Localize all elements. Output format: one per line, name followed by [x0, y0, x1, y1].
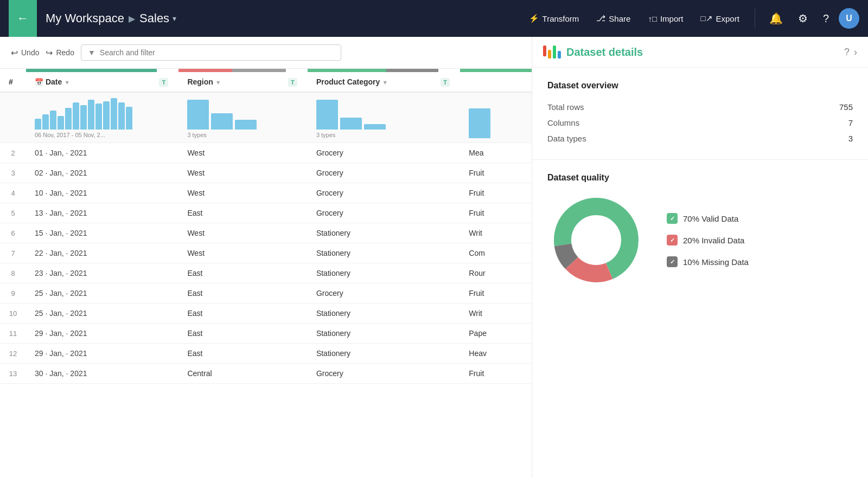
- cell-sub-spacer: [438, 143, 460, 163]
- panel-logo: [543, 46, 561, 59]
- quality-section: Dataset quality: [532, 160, 868, 302]
- cell-date: 25 · Jan, · 2021: [26, 283, 157, 303]
- missing-check-icon: ✓: [670, 259, 675, 266]
- missing-label: 10% Missing Data: [683, 257, 749, 267]
- cell-num: 5: [0, 203, 26, 223]
- cell-sub: Fruit: [460, 364, 532, 384]
- export-button[interactable]: □↗ Export: [694, 10, 745, 27]
- panel-expand-button[interactable]: ›: [854, 47, 857, 58]
- cell-category: Grocery: [308, 364, 438, 384]
- cell-category: Stationery: [308, 303, 438, 324]
- cell-sub-spacer: [438, 344, 460, 364]
- cell-region: East: [178, 324, 286, 344]
- cell-date: 13 · Jan, · 2021: [26, 203, 157, 223]
- cell-sub: Rour: [460, 263, 532, 283]
- cell-num: 7: [0, 243, 26, 263]
- donut-hole: [572, 216, 620, 264]
- cell-region: West: [178, 243, 286, 263]
- col-header-sub-type: T: [438, 72, 460, 92]
- cell-sub-spacer: [438, 163, 460, 183]
- cell-date: 22 · Jan, · 2021: [26, 243, 157, 263]
- undo-label: Undo: [21, 48, 39, 57]
- search-box[interactable]: ▼: [81, 44, 341, 61]
- cell-num: 6: [0, 223, 26, 243]
- cell-date: 29 · Jan, · 2021: [26, 324, 157, 344]
- import-label: Import: [660, 14, 684, 23]
- panel-header: Dataset details ? ›: [532, 37, 868, 68]
- share-button[interactable]: ⎇ Share: [590, 10, 637, 27]
- cell-category-spacer: [286, 203, 308, 223]
- cell-sub: Com: [460, 243, 532, 263]
- settings-button[interactable]: ⚙: [793, 9, 813, 28]
- cell-num: 3: [0, 163, 26, 183]
- filter-icon: ▼: [88, 48, 95, 57]
- region-histogram: 3 types: [187, 97, 277, 138]
- cell-sub: Fruit: [460, 283, 532, 303]
- col-header-date[interactable]: 📅 Date ▼: [26, 72, 157, 92]
- quality-title: Dataset quality: [547, 173, 853, 183]
- cell-region: West: [178, 163, 286, 183]
- panel-help-button[interactable]: ?: [844, 47, 850, 58]
- cell-category-spacer: [286, 263, 308, 283]
- category-types-label: 3 types: [316, 132, 335, 138]
- histogram-row: 06 Nov, 2017 - 05 Nov, 2...: [0, 92, 532, 143]
- nav-sales[interactable]: Sales ▾: [139, 11, 176, 25]
- cell-date: 29 · Jan, · 2021: [26, 344, 157, 364]
- notification-button[interactable]: 🔔: [764, 9, 788, 28]
- col-header-region[interactable]: Region ▼: [178, 72, 286, 92]
- cell-category-spacer: [286, 283, 308, 303]
- cell-category-spacer: [286, 243, 308, 263]
- redo-button[interactable]: ↪ Redo: [46, 48, 74, 58]
- cell-sub: Pape: [460, 324, 532, 344]
- undo-button[interactable]: ↩ Undo: [11, 48, 39, 58]
- cell-date: 02 · Jan, · 2021: [26, 163, 157, 183]
- cell-region: East: [178, 283, 286, 303]
- table-row: 7 22 · Jan, · 2021 West Stationery Com: [0, 243, 532, 263]
- cell-num: 2: [0, 143, 26, 163]
- avatar[interactable]: U: [839, 8, 859, 29]
- cell-category-spacer: [286, 143, 308, 163]
- table-container[interactable]: # 📅 Date ▼ T Region ▼: [0, 69, 532, 478]
- main-layout: ↩ Undo ↪ Redo ▼: [0, 37, 868, 478]
- transform-button[interactable]: ⚡ Transform: [522, 10, 586, 27]
- search-input[interactable]: [100, 48, 334, 57]
- table-row: 4 10 · Jan, · 2021 West Grocery Fruit: [0, 183, 532, 203]
- col-header-sub[interactable]: [460, 72, 532, 92]
- invalid-label: 20% Invalid Data: [683, 236, 744, 245]
- cell-num: 11: [0, 324, 26, 344]
- help-button[interactable]: ?: [818, 9, 834, 28]
- cell-region: West: [178, 143, 286, 163]
- export-label: Export: [716, 14, 739, 23]
- cell-region-spacer: [157, 223, 178, 243]
- col-header-category[interactable]: Product Category ▼: [308, 72, 438, 92]
- cell-region: East: [178, 263, 286, 283]
- cell-sub-spacer: [438, 303, 460, 324]
- cell-category-spacer: [286, 364, 308, 384]
- cell-category-spacer: [286, 344, 308, 364]
- cell-date: 01 · Jan, · 2021: [26, 143, 157, 163]
- workspace-label: My Workspace: [46, 11, 124, 25]
- cell-region-spacer: [157, 324, 178, 344]
- transform-icon: ⚡: [529, 14, 539, 23]
- nav-actions: ⚡ Transform ⎇ Share ↑□ Import □↗ Export …: [522, 8, 859, 29]
- header-row: # 📅 Date ▼ T Region ▼: [0, 72, 532, 92]
- category-sort-icon: ▼: [382, 79, 388, 86]
- avatar-label: U: [846, 14, 852, 23]
- back-button[interactable]: ←: [9, 0, 37, 37]
- cell-category: Grocery: [308, 163, 438, 183]
- import-button[interactable]: ↑□ Import: [641, 11, 690, 27]
- cell-region-spacer: [157, 163, 178, 183]
- cell-category: Stationery: [308, 223, 438, 243]
- table-row: 6 15 · Jan, · 2021 West Stationery Writ: [0, 223, 532, 243]
- cell-region-spacer: [157, 243, 178, 263]
- panel-actions: ? ›: [844, 47, 857, 58]
- legend-valid: ✓ 70% Valid Data: [667, 213, 749, 224]
- cell-region: East: [178, 303, 286, 324]
- region-sort-icon: ▼: [215, 79, 221, 86]
- cell-region-spacer: [157, 344, 178, 364]
- cell-sub-spacer: [438, 203, 460, 223]
- cell-date: 10 · Jan, · 2021: [26, 183, 157, 203]
- cell-region-spacer: [157, 183, 178, 203]
- panel-title: Dataset details: [566, 46, 643, 59]
- cell-category: Stationery: [308, 243, 438, 263]
